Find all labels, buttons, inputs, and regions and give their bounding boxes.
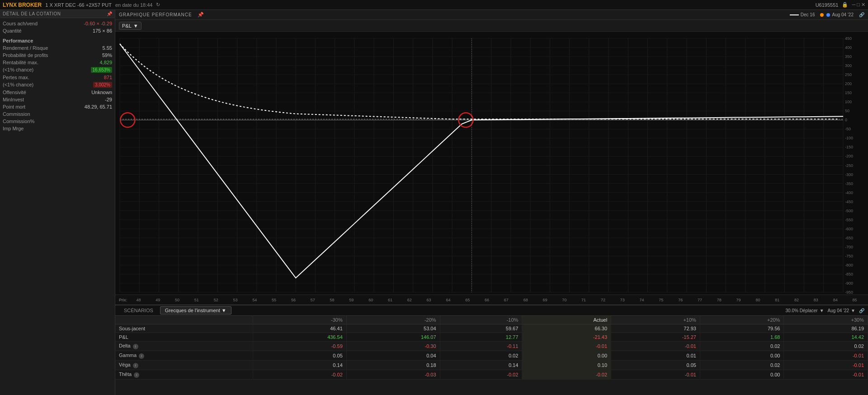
x-label-48: 48 <box>129 298 148 302</box>
perf-row-3: (<1% chance) 16,653% <box>3 66 112 74</box>
left-panel: DÉTAIL DE LA COTATION 📌 Cours ach/vend -… <box>0 10 115 395</box>
x-label-61: 61 <box>381 298 400 302</box>
row-delta: Delta i -0.59 -0.30 -0.11 -0.01 -0.01 0.… <box>115 342 868 351</box>
x-label-85: 85 <box>845 298 864 302</box>
date-control[interactable]: Aug 04 '22 ▼ <box>828 308 855 313</box>
pnl-label: P&L <box>122 23 132 29</box>
quantite-value: 175 × 86 <box>93 28 112 33</box>
row-label-sous-jacent: Sous-jacent <box>115 324 253 333</box>
date-info: en date du 18:44 <box>115 2 153 8</box>
cours-label: Cours ach/vend <box>3 21 38 26</box>
x-label-50: 50 <box>168 298 187 302</box>
legend-aug22-label: Aug 04 '22 <box>832 12 854 17</box>
chart-toolbar: P&L ▼ <box>115 20 868 32</box>
x-label-66: 66 <box>477 298 497 302</box>
table-header-row: -30% -20% -10% Actuel +10% +20% +30% <box>115 316 868 324</box>
x-label-74: 74 <box>632 298 651 302</box>
performance-header: Performance <box>0 36 115 44</box>
left-panel-top: DÉTAIL DE LA COTATION 📌 Cours ach/vend -… <box>0 10 115 395</box>
badge-pertes: 3,002% <box>93 82 112 88</box>
pct-control[interactable]: 30.0% Déplacer ▼ <box>786 308 824 313</box>
user-id: U6195551 <box>816 2 839 8</box>
row-label-delta: Delta i <box>115 342 253 351</box>
pct-arrow: ▼ <box>820 308 824 313</box>
x-label-57: 57 <box>303 298 322 302</box>
row-sous-jacent: Sous-jacent 46.41 53.04 59.67 66.30 72.9… <box>115 324 868 333</box>
pnl-dropdown[interactable]: P&L ▼ <box>119 22 142 30</box>
perf-row-commissionpct: Commission% <box>3 118 112 125</box>
col-p30: +30% <box>784 316 868 324</box>
col-m20: -20% <box>346 316 440 324</box>
x-label-64: 64 <box>439 298 458 302</box>
legend-line-dec16 <box>790 14 799 15</box>
x-label-56: 56 <box>284 298 303 302</box>
pin-icon[interactable]: 📌 <box>107 11 113 16</box>
row-label-theta: Thêta i <box>115 370 253 380</box>
x-label-70: 70 <box>555 298 574 302</box>
x-label-72: 72 <box>594 298 613 302</box>
x-label-68: 68 <box>516 298 535 302</box>
badge-rentabilite: 16,653% <box>91 67 112 73</box>
legend-dec16: Dec 16 <box>790 12 815 17</box>
tab-scenarios[interactable]: SCÉNARIOS <box>119 306 158 314</box>
x-label-62: 62 <box>400 298 419 302</box>
row-pnl: P&L 436.54 146.07 12.77 -21.43 -15.27 1.… <box>115 333 868 342</box>
lock-icon[interactable]: 🔒 <box>842 2 848 8</box>
perf-row-mininvest: MinInvest -29 <box>3 96 112 103</box>
x-label-67: 67 <box>496 298 516 302</box>
top-bar: LYNX BROKER 1 X XRT DEC -66 +2X57 PUT en… <box>0 0 868 10</box>
x-label-84: 84 <box>826 298 845 302</box>
chart-legend: Dec 16 Aug 04 '22 🔗 <box>790 12 864 17</box>
chart-area[interactable] <box>115 32 868 295</box>
perf-row-commission: Commission <box>3 110 112 118</box>
pnl-dropdown-arrow: ▼ <box>133 23 138 29</box>
x-label-80: 80 <box>748 298 768 302</box>
x-label-58: 58 <box>322 298 342 302</box>
bottom-link-icon[interactable]: 🔗 <box>859 308 864 313</box>
refresh-icon[interactable]: ↻ <box>156 2 160 8</box>
x-label-77: 77 <box>690 298 710 302</box>
main-layout: DÉTAIL DE LA COTATION 📌 Cours ach/vend -… <box>0 10 868 395</box>
top-bar-right: U6195551 🔒 ─ □ ✕ <box>816 2 865 8</box>
x-label-82: 82 <box>787 298 807 302</box>
x-label-55: 55 <box>264 298 284 302</box>
bottom-panel: SCÉNARIOS Grecques de l'instrument ▼ 30.… <box>115 305 868 395</box>
quantite-label: Quantité <box>3 28 22 33</box>
scenarios-table-wrap: -30% -20% -10% Actuel +10% +20% +30% Sou… <box>115 316 868 394</box>
col-p10: +10% <box>611 316 700 324</box>
chart-header: GRAPHIQUE PERFORMANCE 📌 Dec 16 Aug 04 '2… <box>115 10 868 20</box>
x-label-63: 63 <box>419 298 439 302</box>
col-label <box>115 316 253 324</box>
scenarios-table: -30% -20% -10% Actuel +10% +20% +30% Sou… <box>115 316 868 380</box>
perf-row-2: Rentabilité max. 4,829 <box>3 59 112 66</box>
theta-info-icon[interactable]: i <box>134 372 139 378</box>
delta-info-icon[interactable]: i <box>133 344 138 349</box>
x-label-49: 49 <box>148 298 168 302</box>
date-arrow: ▼ <box>851 308 855 313</box>
row-label-vega: Véga i <box>115 361 253 370</box>
bottom-right-controls: 30.0% Déplacer ▼ Aug 04 '22 ▼ 🔗 <box>786 308 864 313</box>
chart-and-xaxis: Prix: 48 49 50 51 52 53 54 55 56 57 58 5… <box>115 32 868 305</box>
tab-grecques[interactable]: Grecques de l'instrument ▼ <box>160 306 231 314</box>
legend-dec16-label: Dec 16 <box>801 12 815 17</box>
brand-logo: LYNX BROKER <box>3 2 42 8</box>
col-m10: -10% <box>440 316 522 324</box>
gamma-info-icon[interactable]: i <box>139 353 144 359</box>
tab-dropdown-arrow: ▼ <box>222 308 226 313</box>
legend-aug22: Aug 04 '22 <box>820 12 854 17</box>
chart-link-icon[interactable]: 🔗 <box>859 12 864 17</box>
vega-info-icon[interactable]: i <box>133 363 138 368</box>
quote-grid: Cours ach/vend -0.60 × -0.29 Quantité 17… <box>0 18 115 36</box>
window-controls[interactable]: ─ □ ✕ <box>852 2 865 8</box>
chart-canvas <box>115 32 868 295</box>
chart-pin-icon[interactable]: 📌 <box>198 12 204 18</box>
quantite-row: Quantité 175 × 86 <box>3 27 112 34</box>
cours-row: Cours ach/vend -0.60 × -0.29 <box>3 20 112 27</box>
perf-row-4: Pertes max. 871 <box>3 74 112 81</box>
x-label-51: 51 <box>187 298 206 302</box>
perf-row-5: (<1% chance) 3,002% <box>3 81 112 89</box>
x-label-73: 73 <box>613 298 632 302</box>
position-info: 1 X XRT DEC -66 +2X57 PUT <box>45 2 112 8</box>
x-axis: Prix: 48 49 50 51 52 53 54 55 56 57 58 5… <box>115 295 868 305</box>
perf-row-pointmort: Point mort 48.29, 65.71 <box>3 103 112 110</box>
